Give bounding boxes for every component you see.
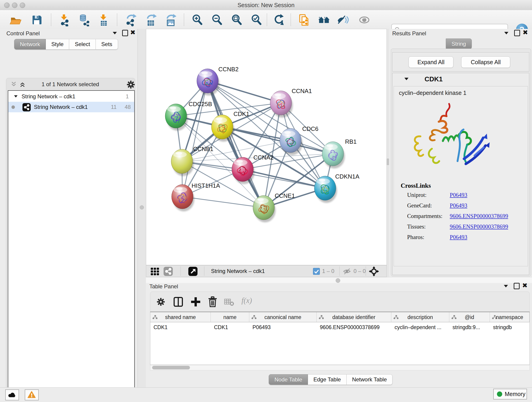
table-cell[interactable]: stringdb:9...: [449, 323, 490, 332]
network-tree-collection-row[interactable]: String Network – cdk1 1: [8, 91, 134, 102]
right-panel-splitter[interactable]: [387, 29, 389, 277]
table-cell[interactable]: cyclin–dependent ...: [391, 323, 449, 332]
tab-network-table[interactable]: Network Table: [347, 374, 393, 385]
network-edge-CCNA2-CDKN1A[interactable]: [243, 169, 325, 188]
entry-collapse-icon[interactable]: [404, 78, 409, 80]
open-in-window-icon[interactable]: [188, 267, 197, 276]
results-panel-close-icon[interactable]: ✖: [523, 30, 528, 36]
network-tree-network-row[interactable]: String Network – cdk1 11 48: [8, 102, 134, 112]
network-tree: String Network – cdk1 1 String Network –…: [8, 90, 135, 402]
refresh-icon[interactable]: [273, 13, 285, 26]
network-edge-CCNB2-HIST1H1A[interactable]: [182, 81, 208, 197]
column-header-namespace[interactable]: namespace: [490, 312, 530, 322]
control-panel-close-icon[interactable]: ✖: [130, 30, 135, 36]
main-toolbar: ?: [0, 10, 532, 29]
cloud-status-button[interactable]: [5, 389, 19, 400]
table-cell[interactable]: CDK1: [150, 323, 211, 332]
control-panel-menu-icon[interactable]: [113, 32, 117, 34]
network-node-CCNA2[interactable]: [232, 157, 254, 184]
crosslink-link[interactable]: P06493: [450, 202, 467, 209]
create-column-plus-icon[interactable]: [190, 296, 202, 308]
import-network-icon[interactable]: [58, 13, 70, 26]
column-header-description[interactable]: description: [391, 312, 449, 322]
export-network-icon[interactable]: [125, 13, 138, 26]
network-edge-HIST1H1A-CCNE1[interactable]: [182, 197, 264, 208]
zoom-in-icon[interactable]: [191, 13, 204, 26]
tab-edge-table[interactable]: Edge Table: [308, 374, 347, 385]
crosslink-link[interactable]: 9606.ENSP00000378699: [450, 223, 508, 230]
memory-status-button[interactable]: Memory: [493, 389, 527, 400]
table-cell[interactable]: P06493: [249, 323, 317, 332]
import-table-icon[interactable]: [97, 13, 110, 26]
table-panel-close-icon[interactable]: ✖: [522, 283, 527, 288]
save-session-icon[interactable]: [30, 13, 43, 26]
tab-node-table[interactable]: Node Table: [269, 374, 308, 385]
splitter-handle[interactable]: [336, 278, 340, 283]
tab-network[interactable]: Network: [14, 39, 46, 50]
column-header-canonical-name[interactable]: canonical name: [249, 312, 317, 322]
expand-all-button[interactable]: Expand All: [409, 56, 453, 68]
status-bar: Memory: [0, 387, 532, 402]
network-node-RB1[interactable]: [322, 142, 345, 168]
network-canvas[interactable]: CCNB2CCNA1CDC25BCDK1CDC6RB1CCNB1CCNA2CDK…: [146, 29, 387, 265]
hidden-count-text: 0 – 0: [354, 265, 366, 277]
tab-select[interactable]: Select: [69, 39, 96, 50]
export-table-icon[interactable]: [145, 13, 158, 26]
open-session-icon[interactable]: [9, 13, 22, 26]
zoom-out-icon[interactable]: [211, 13, 224, 26]
collapse-all-button[interactable]: Collapse All: [461, 56, 510, 68]
birds-eye-crosshair-icon[interactable]: [369, 266, 379, 276]
network-node-CCNB2[interactable]: [197, 69, 220, 96]
export-image-icon[interactable]: [165, 13, 177, 26]
network-node-CCNA1[interactable]: [270, 91, 293, 118]
column-header-shared-name[interactable]: shared name: [150, 312, 211, 322]
network-node-HIST1H1A[interactable]: [172, 185, 194, 211]
table-cell[interactable]: stringdb: [490, 323, 530, 332]
column-header-@id[interactable]: @id: [449, 312, 490, 322]
network-type-icon: [22, 103, 31, 111]
network-node-CDKN1A[interactable]: [314, 176, 337, 203]
column-header-name[interactable]: name: [211, 312, 249, 322]
column-header-database-identifier[interactable]: database identifier: [317, 312, 391, 322]
zoom-selected-icon[interactable]: [250, 13, 263, 26]
left-panel-splitter[interactable]: [138, 29, 146, 387]
scrollbar-thumb[interactable]: [152, 366, 190, 370]
network-node-CCNE1[interactable]: [253, 196, 276, 222]
warnings-button[interactable]: [25, 389, 39, 400]
network-node-CDC6[interactable]: [280, 128, 302, 155]
results-panel-menu-icon[interactable]: [504, 32, 508, 34]
table-options-gear-icon[interactable]: [155, 296, 167, 308]
crosslink-link[interactable]: P06493: [450, 234, 467, 240]
tab-string[interactable]: String: [446, 38, 472, 49]
crosslink-link[interactable]: P06493: [450, 192, 467, 198]
toolbar-separator: [51, 13, 51, 26]
network-node-CDK1[interactable]: [211, 115, 234, 142]
hide-panel-eye-icon[interactable]: [337, 13, 350, 26]
zoom-fit-icon[interactable]: [230, 13, 243, 26]
horizontal-splitter[interactable]: [146, 277, 532, 283]
network-options-gear-icon[interactable]: [127, 81, 135, 89]
delete-column-trash-icon[interactable]: [207, 296, 219, 308]
show-panel-eye-icon: [358, 13, 371, 26]
table-panel-float-icon[interactable]: [514, 283, 520, 289]
tab-sets[interactable]: Sets: [96, 39, 118, 50]
table-cell[interactable]: 9606.ENSP00000378699: [317, 323, 391, 332]
table-cell[interactable]: CDK1: [211, 323, 249, 332]
network-view-mode-icon[interactable]: [164, 267, 173, 276]
import-string-file-icon[interactable]: [298, 13, 311, 26]
selected-checkbox-icon[interactable]: [313, 268, 320, 275]
table-panel-menu-icon[interactable]: [504, 285, 508, 287]
grid-view-icon[interactable]: [150, 267, 159, 276]
table-horizontal-scrollbar[interactable]: [150, 365, 530, 370]
tab-style[interactable]: Style: [46, 39, 69, 50]
control-panel-float-icon[interactable]: [122, 30, 128, 36]
tree-expand-icon[interactable]: [14, 95, 17, 97]
results-panel-float-icon[interactable]: [514, 30, 520, 36]
network-node-CDC25B[interactable]: [165, 104, 188, 131]
import-database-icon[interactable]: [78, 13, 91, 26]
home-pages-icon[interactable]: [317, 13, 330, 26]
network-selection-row: 1 of 1 Network selected: [6, 78, 135, 90]
splitter-handle[interactable]: [140, 205, 144, 210]
crosslink-link[interactable]: 9606.ENSP00000378699: [450, 213, 508, 219]
show-columns-icon[interactable]: [172, 296, 184, 308]
